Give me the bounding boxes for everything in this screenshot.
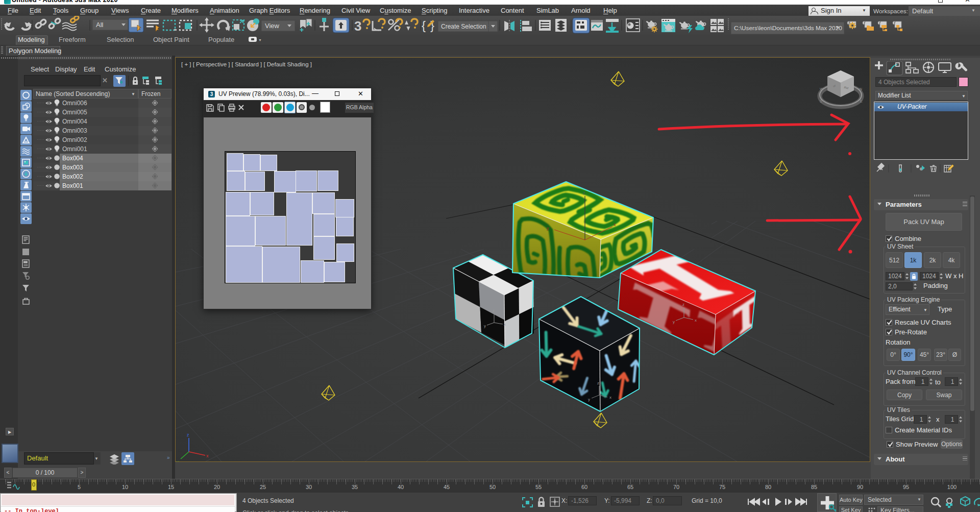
svg-text:y: y	[673, 320, 675, 324]
svg-text:z: z	[583, 190, 585, 196]
svg-text:y: y	[547, 226, 549, 231]
svg-text:W: W	[820, 87, 823, 91]
svg-text:x: x	[614, 222, 616, 227]
svg-text:x: x	[695, 318, 697, 323]
svg-text:z: z	[682, 302, 684, 307]
svg-text:{: {	[422, 18, 426, 32]
svg-text:x: x	[206, 453, 209, 458]
svg-text:All: All	[96, 21, 104, 29]
svg-text:x: x	[504, 322, 506, 327]
svg-text:View: View	[265, 22, 280, 30]
svg-text:E: E	[860, 100, 863, 103]
svg-text:3: 3	[354, 18, 361, 34]
svg-text:Create Selection Se: Create Selection Se	[441, 23, 496, 30]
svg-text:N: N	[860, 87, 862, 91]
svg-text:x: x	[609, 395, 611, 400]
svg-text:y: y	[588, 397, 590, 402]
svg-text:y: y	[177, 459, 179, 461]
svg-text:[ + ] [ Perspective ] [ Standa: [ + ] [ Perspective ] [ Standard ] [ Def…	[181, 61, 312, 67]
svg-text:C:\Users\leon\Documents\3ds Ma: C:\Users\leon\Documents\3ds Max 2020	[734, 25, 842, 32]
svg-text:S: S	[820, 100, 822, 103]
svg-text:z: z	[597, 381, 599, 385]
svg-text:z: z	[187, 432, 189, 437]
svg-text:z: z	[493, 308, 495, 313]
svg-text:y: y	[484, 324, 486, 328]
